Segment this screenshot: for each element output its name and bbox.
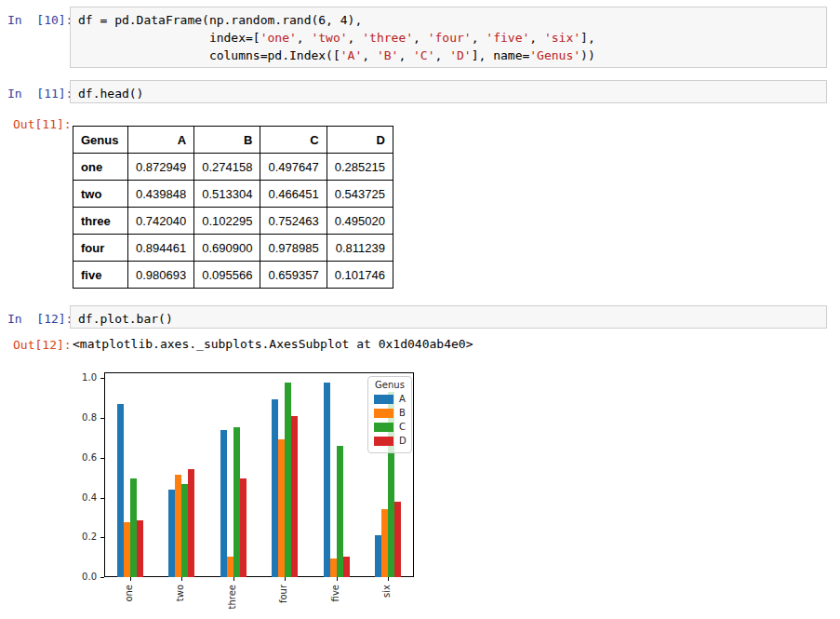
- x-tick-label: three: [227, 585, 237, 609]
- code-line: df = pd.DataFrame(np.random.rand(6, 4),: [78, 11, 819, 29]
- in-prompt-10: In [10]:: [7, 12, 73, 28]
- x-tick-label: five: [330, 585, 340, 601]
- table-cell: 0.497647: [260, 154, 327, 181]
- y-tick-label: 0.4: [73, 492, 97, 503]
- bar-C-two: [181, 484, 188, 577]
- table-cell: 0.872949: [128, 154, 194, 181]
- table-col-header: D: [327, 127, 393, 154]
- bar-D-two: [188, 469, 194, 577]
- legend-title: Genus: [374, 380, 406, 390]
- code-content-10: df = pd.DataFrame(np.random.rand(6, 4), …: [78, 11, 819, 64]
- table-cell: 0.513304: [194, 181, 260, 208]
- dataframe-table: GenusABCD one0.8729490.2741580.4976470.2…: [73, 126, 393, 289]
- table-cell: 0.274158: [194, 154, 260, 181]
- legend-swatch-A: [374, 395, 393, 404]
- code-cell-input-12[interactable]: df.plot.bar(): [70, 305, 827, 329]
- code-cell-input-11[interactable]: df.head(): [70, 80, 827, 103]
- bar-A-six: [375, 535, 381, 577]
- x-tick-mark: [181, 577, 182, 581]
- y-tick-label: 0.0: [73, 572, 97, 582]
- bar-D-three: [240, 478, 247, 577]
- table-cell: 0.095566: [194, 262, 260, 289]
- out-prompt-12: Out[12]:: [13, 337, 72, 353]
- bar-D-five: [343, 557, 350, 577]
- table-cell: 0.894461: [128, 235, 194, 262]
- bar-A-three: [220, 430, 227, 577]
- bar-D-one: [137, 520, 143, 577]
- bar-B-four: [278, 439, 285, 577]
- code-line: df.plot.bar(): [78, 310, 819, 328]
- code-cell-input-10[interactable]: df = pd.DataFrame(np.random.rand(6, 4), …: [70, 7, 827, 68]
- bar-B-one: [124, 522, 130, 577]
- legend-label: A: [399, 394, 406, 404]
- legend-label: D: [399, 436, 407, 446]
- x-tick-mark: [388, 577, 389, 581]
- table-cell: 0.466451: [260, 181, 327, 208]
- code-line: index=['one', 'two', 'three', 'four', 'f…: [78, 29, 819, 47]
- y-tick-mark: [100, 498, 104, 499]
- y-tick-mark: [100, 378, 104, 379]
- table-cell: 0.285215: [327, 154, 393, 181]
- table-row: four0.8944610.6909000.9789850.811239: [73, 235, 393, 262]
- code-line: df.head(): [78, 85, 819, 102]
- table-cell: 0.980693: [128, 262, 194, 289]
- table-row: two0.4398480.5133040.4664510.543725: [73, 181, 393, 208]
- legend-swatch-B: [374, 409, 393, 418]
- in-prompt-11: In [11]:: [7, 86, 73, 101]
- chart-legend: Genus ABCD: [367, 376, 412, 453]
- bar-C-four: [285, 383, 291, 577]
- bar-D-four: [291, 416, 298, 577]
- table-cell: 0.543725: [327, 181, 393, 208]
- legend-label: B: [399, 408, 406, 418]
- table-cell: 0.752463: [260, 208, 327, 235]
- x-tick-label: six: [381, 585, 392, 598]
- bar-B-three: [227, 557, 233, 577]
- y-tick-label: 0.8: [73, 412, 97, 423]
- legend-entry-C: C: [374, 420, 406, 434]
- y-tick-label: 0.6: [73, 452, 97, 463]
- table-row: three0.7420400.1022950.7524630.495020: [73, 208, 393, 235]
- code-line: columns=pd.Index(['A', 'B', 'C', 'D'], n…: [78, 47, 819, 64]
- legend-swatch-C: [374, 423, 393, 432]
- table-col-header: B: [194, 127, 260, 154]
- x-tick-label: two: [175, 585, 185, 601]
- y-tick-mark: [100, 577, 104, 578]
- table-cell: 0.102295: [194, 208, 260, 235]
- table-cell: 0.495020: [327, 208, 393, 235]
- table-row-index: four: [73, 235, 128, 262]
- table-row-index: two: [73, 181, 128, 208]
- bar-A-five: [324, 383, 330, 577]
- bar-A-one: [117, 404, 124, 577]
- code-content-12: df.plot.bar(): [78, 310, 819, 328]
- table-cell: 0.690900: [194, 235, 260, 262]
- table-row-index: five: [73, 262, 128, 289]
- table-cell: 0.101746: [327, 262, 393, 289]
- bar-C-five: [337, 446, 343, 577]
- y-tick-label: 1.0: [73, 372, 97, 383]
- table-col-header: C: [260, 127, 327, 154]
- legend-entry-A: A: [374, 392, 406, 406]
- y-tick-mark: [100, 418, 104, 419]
- bar-C-three: [233, 427, 240, 577]
- table-cell: 0.978985: [260, 235, 327, 262]
- table-row: one0.8729490.2741580.4976470.285215: [73, 154, 393, 181]
- x-tick-mark: [130, 577, 131, 581]
- table-cell: 0.742040: [128, 208, 194, 235]
- x-tick-mark: [337, 577, 338, 581]
- in-prompt-12: In [12]:: [7, 311, 73, 327]
- bar-D-six: [394, 502, 401, 577]
- y-tick-label: 0.2: [73, 532, 97, 542]
- legend-entry-B: B: [374, 406, 406, 420]
- x-tick-label: four: [278, 585, 288, 603]
- y-tick-mark: [100, 458, 104, 459]
- dataframe-table-header: GenusABCD: [73, 127, 393, 154]
- out-prompt-11: Out[11]:: [13, 116, 72, 132]
- x-tick-mark: [285, 577, 286, 581]
- legend-entry-D: D: [374, 434, 406, 448]
- bar-C-one: [130, 478, 137, 577]
- repr-output-text: <matplotlib.axes._subplots.AxesSubplot a…: [73, 337, 473, 351]
- x-tick-mark: [233, 577, 234, 581]
- code-content-11: df.head(): [78, 85, 819, 102]
- x-tick-label: one: [124, 585, 134, 602]
- table-row: five0.9806930.0955660.6593570.101746: [73, 262, 393, 289]
